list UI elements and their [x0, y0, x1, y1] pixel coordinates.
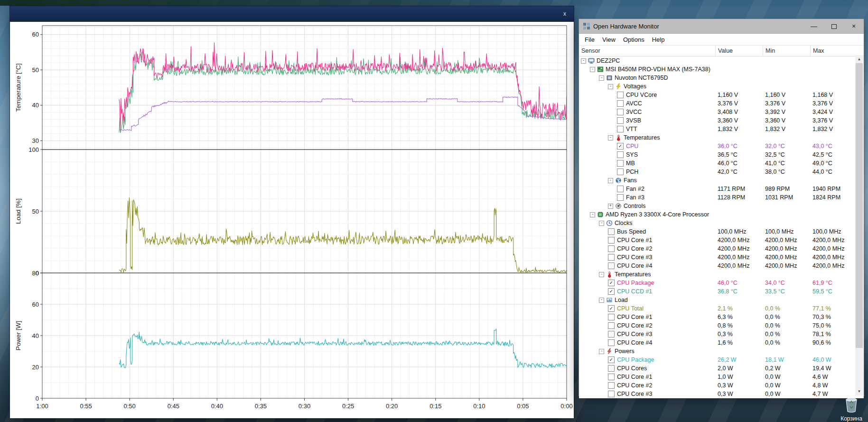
sensor-row[interactable]: Fan #31128 RPM1031 RPM1824 RPM: [579, 193, 864, 202]
sensor-checkbox[interactable]: ✓: [608, 280, 615, 286]
menu-item-options[interactable]: Options: [619, 36, 648, 43]
tree-expander-icon[interactable]: +: [608, 204, 613, 209]
sensor-row[interactable]: ✓CPU CCD #136,8 °C33,5 °C59,5 °C: [579, 287, 864, 296]
sensor-row[interactable]: CPU Core #34200,0 MHz4200,0 MHz4200,0 MH…: [579, 253, 864, 262]
sensor-row[interactable]: CPU Core #11,0 W0,0 W4,6 W: [579, 373, 864, 381]
sensor-checkbox[interactable]: [608, 263, 615, 269]
sensor-row[interactable]: PCH42,0 °C38,0 °C44,0 °C: [579, 168, 864, 176]
sensor-checkbox[interactable]: [608, 331, 615, 338]
recycle-bin-icon[interactable]: Корзина: [833, 396, 868, 422]
minimize-button[interactable]: —: [804, 19, 824, 33]
sensor-row[interactable]: AVCC3,376 V3,376 V3,376 V: [579, 99, 864, 108]
sensor-group-row[interactable]: -Fans: [579, 176, 864, 185]
sensor-checkbox[interactable]: ✓: [608, 288, 615, 295]
sensor-checkbox[interactable]: [608, 382, 615, 389]
menu-item-view[interactable]: View: [598, 36, 619, 43]
sensor-row[interactable]: CPU Core #20,3 W0,0 W4,8 W: [579, 381, 864, 390]
sensor-row[interactable]: CPU Core #41,6 %0,0 %90,6 %: [579, 338, 864, 347]
sensor-checkbox[interactable]: [608, 254, 615, 261]
sensor-group-row[interactable]: +Controls: [579, 202, 864, 210]
sensor-checkbox[interactable]: [617, 126, 624, 132]
sensor-row[interactable]: CPU Core #14200,0 MHz4200,0 MHz4200,0 MH…: [579, 236, 864, 244]
sensor-group-row[interactable]: -MSI B450M PRO-VDH MAX (MS-7A38): [579, 65, 864, 74]
sensor-row[interactable]: ✓CPU Package26,2 W18,1 W46,0 W: [579, 356, 864, 364]
column-header-max[interactable]: Max: [810, 46, 856, 56]
sensor-checkbox[interactable]: [608, 365, 615, 372]
sensor-checkbox[interactable]: [617, 169, 624, 175]
sensor-group-row[interactable]: -AMD Ryzen 3 3300X 4-Core Processor: [579, 210, 864, 219]
maximize-button[interactable]: [824, 19, 844, 33]
sensor-group-row[interactable]: -Load: [579, 296, 864, 304]
sensor-checkbox[interactable]: [608, 228, 615, 235]
tree-expander-icon[interactable]: -: [608, 135, 613, 141]
sensor-row[interactable]: Bus Speed100,0 MHz100,0 MHz100,0 MHz: [579, 227, 864, 236]
sensor-checkbox[interactable]: [617, 194, 624, 201]
sensor-group-row[interactable]: -Temperatures: [579, 270, 864, 279]
sensor-row[interactable]: CPU Core #20,8 %0,0 %75,0 %: [579, 321, 864, 330]
sensor-group-row[interactable]: -Temperatures: [579, 133, 864, 142]
tree-expander-icon[interactable]: -: [599, 349, 604, 354]
sensor-row[interactable]: CPU Core #30,3 W0,0 W4,7 W: [579, 390, 864, 398]
tree-expander-icon[interactable]: -: [590, 212, 595, 217]
ohm-window-titlebar[interactable]: Open Hardware Monitor — ×: [579, 19, 864, 34]
sensor-label: MSI B450M PRO-VDH MAX (MS-7A38): [606, 65, 710, 74]
tree-expander-icon[interactable]: -: [608, 178, 613, 183]
sensor-row[interactable]: 3VCC3,408 V3,392 V3,424 V: [579, 108, 864, 116]
tree-expander-icon[interactable]: -: [599, 75, 604, 81]
menu-item-help[interactable]: Help: [648, 36, 669, 43]
sensor-row[interactable]: ✓CPU Package46,0 °C34,0 °C61,9 °C: [579, 279, 864, 287]
tree-expander-icon[interactable]: -: [599, 221, 604, 226]
scrollbar-thumb[interactable]: [856, 63, 863, 348]
tree-expander-icon[interactable]: -: [608, 84, 613, 89]
sensor-checkbox[interactable]: [617, 186, 624, 192]
scroll-down-button[interactable]: ▼: [855, 387, 863, 395]
sensor-row[interactable]: CPU Core #16,3 %0,0 %70,3 %: [579, 313, 864, 321]
chart-window-close-button[interactable]: x: [560, 9, 569, 18]
sensor-checkbox[interactable]: [608, 391, 615, 397]
sensor-checkbox[interactable]: [617, 100, 624, 107]
chart-window-titlebar[interactable]: x: [10, 6, 574, 22]
sensor-checkbox[interactable]: [617, 92, 624, 98]
sensor-checkbox[interactable]: [617, 160, 624, 167]
sensor-row[interactable]: Fan #21171 RPM989 RPM1940 RPM: [579, 185, 864, 193]
sensor-checkbox[interactable]: [617, 109, 624, 115]
column-header-value[interactable]: Value: [715, 46, 763, 56]
tree-expander-icon[interactable]: -: [581, 58, 586, 64]
close-button[interactable]: ×: [844, 19, 864, 33]
sensor-row[interactable]: CPU Core #30,3 %0,0 %78,1 %: [579, 330, 864, 338]
sensor-row[interactable]: CPU Cores2,0 W0,2 W19,4 W: [579, 364, 864, 373]
sensor-checkbox[interactable]: [608, 339, 615, 346]
sensor-row[interactable]: CPU Core #24200,0 MHz4200,0 MHz4200,0 MH…: [579, 244, 864, 253]
sensor-checkbox[interactable]: [608, 314, 615, 320]
sensor-group-row[interactable]: -Nuvoton NCT6795D: [579, 74, 864, 82]
sensor-group-row[interactable]: -DEZ2PC: [579, 56, 864, 65]
sensor-checkbox[interactable]: [617, 151, 624, 158]
menu-item-file[interactable]: File: [581, 36, 598, 43]
sensor-row[interactable]: ✓CPU Total2,1 %0,0 %77,1 %: [579, 304, 864, 313]
sensor-checkbox[interactable]: [617, 117, 624, 124]
tree-expander-icon[interactable]: -: [599, 298, 604, 303]
tree-expander-icon[interactable]: -: [599, 272, 604, 277]
sensor-group-row[interactable]: -Powers: [579, 347, 864, 356]
sensor-checkbox[interactable]: ✓: [608, 356, 615, 363]
scroll-up-button[interactable]: ▲: [855, 55, 863, 63]
sensor-checkbox[interactable]: [608, 237, 615, 244]
column-header-sensor[interactable]: Sensor: [579, 46, 715, 56]
tree-expander-icon[interactable]: -: [590, 67, 595, 72]
sensor-row[interactable]: MB46,0 °C41,0 °C49,0 °C: [579, 159, 864, 168]
sensor-row[interactable]: 3VSB3,360 V3,360 V3,376 V: [579, 116, 864, 125]
sensor-group-row[interactable]: -Voltages: [579, 82, 864, 91]
sensor-group-row[interactable]: -Clocks: [579, 219, 864, 227]
sensor-checkbox[interactable]: ✓: [608, 305, 615, 312]
vertical-scrollbar[interactable]: ▲ ▼: [855, 55, 863, 395]
sensor-row[interactable]: ✓CPU36,0 °C32,0 °C43,0 °C: [579, 142, 864, 150]
sensor-row[interactable]: CPU Core #44200,0 MHz4200,0 MHz4200,0 MH…: [579, 262, 864, 270]
sensor-row[interactable]: VTT1,832 V1,832 V1,832 V: [579, 125, 864, 133]
sensor-checkbox[interactable]: ✓: [617, 143, 624, 150]
sensor-checkbox[interactable]: [608, 245, 615, 252]
sensor-checkbox[interactable]: [608, 374, 615, 380]
sensor-row[interactable]: SYS36,5 °C32,5 °C42,5 °C: [579, 150, 864, 159]
sensor-checkbox[interactable]: [608, 322, 615, 329]
column-header-min[interactable]: Min: [763, 46, 810, 56]
sensor-row[interactable]: CPU VCore1,160 V1,160 V1,168 V: [579, 91, 864, 99]
